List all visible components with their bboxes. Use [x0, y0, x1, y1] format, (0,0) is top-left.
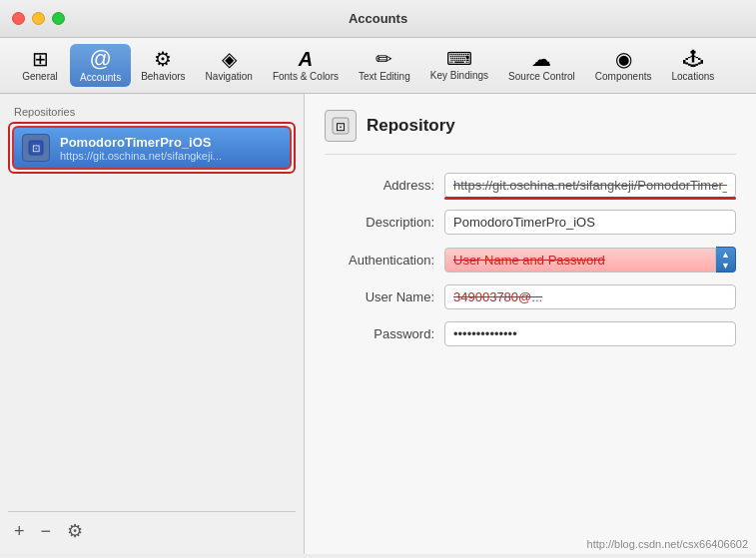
toolbar-label-navigation: Navigation	[206, 71, 253, 82]
remove-button[interactable]: −	[37, 520, 56, 542]
repo-url: https://git.oschina.net/sifangkeji...	[60, 150, 222, 162]
authentication-select-display[interactable]: User Name and Password	[444, 248, 716, 273]
address-input[interactable]	[444, 173, 736, 198]
toolbar-item-fonts-colors[interactable]: A Fonts & Colors	[263, 45, 349, 86]
toolbar-label-general: General	[22, 71, 58, 82]
selected-item-border: ⊡ PomodoroTimerPro_iOS https://git.oschi…	[8, 122, 296, 174]
description-input[interactable]	[444, 210, 736, 235]
detail-panel: ⊡ Repository Address: Description:	[305, 94, 756, 554]
toolbar-label-source-control: Source Control	[508, 71, 575, 82]
description-field-container	[444, 210, 736, 235]
toolbar-label-key-bindings: Key Bindings	[430, 70, 488, 81]
repo-icon: ⊡	[22, 134, 50, 162]
toolbar-label-components: Components	[595, 71, 652, 82]
general-icon: ⊞	[32, 49, 49, 69]
title-bar: Accounts	[0, 0, 756, 38]
authentication-dropdown-arrow[interactable]: ▲ ▼	[716, 247, 736, 273]
username-label: User Name:	[325, 289, 444, 304]
text-editing-icon: ✏	[376, 49, 392, 69]
window-controls[interactable]	[12, 12, 65, 25]
toolbar-item-key-bindings[interactable]: ⌨ Key Bindings	[420, 46, 498, 85]
source-control-icon: ☁	[531, 49, 551, 69]
accounts-icon: @	[89, 48, 111, 70]
close-button[interactable]	[12, 12, 25, 25]
toolbar-item-locations[interactable]: 🕹 Locations	[662, 45, 725, 86]
username-row: User Name:	[325, 284, 736, 309]
auth-value: User Name and Password	[453, 253, 605, 268]
authentication-select-wrapper: User Name and Password ▲ ▼	[444, 247, 736, 273]
components-icon: ◉	[615, 49, 632, 69]
address-redline	[444, 197, 736, 200]
authentication-label: Authentication:	[325, 253, 444, 268]
maximize-button[interactable]	[52, 12, 65, 25]
repo-name: PomodoroTimerPro_iOS	[60, 135, 222, 150]
main-content: Repositories ⊡ PomodoroTimerPro_iOS http…	[0, 94, 756, 554]
window-title: Accounts	[349, 11, 407, 26]
password-input[interactable]	[444, 321, 736, 346]
settings-button[interactable]: ⚙	[63, 520, 87, 542]
sidebar-item-text: PomodoroTimerPro_iOS https://git.oschina…	[60, 135, 222, 162]
toolbar-item-components[interactable]: ◉ Components	[585, 45, 662, 86]
username-field-container	[444, 284, 736, 309]
minimize-button[interactable]	[32, 12, 45, 25]
sidebar-item-repo[interactable]: ⊡ PomodoroTimerPro_iOS https://git.oschi…	[12, 126, 292, 170]
password-row: Password:	[325, 321, 736, 346]
toolbar-item-behaviors[interactable]: ⚙ Behaviors	[131, 45, 195, 86]
toolbar-item-accounts[interactable]: @ Accounts	[70, 44, 131, 87]
toolbar: ⊞ General @ Accounts ⚙ Behaviors ◈ Navig…	[0, 38, 756, 94]
toolbar-item-general[interactable]: ⊞ General	[10, 45, 70, 86]
toolbar-label-locations: Locations	[672, 71, 715, 82]
svg-text:⊡: ⊡	[32, 143, 40, 154]
detail-header-title: Repository	[367, 116, 455, 136]
navigation-icon: ◈	[222, 49, 237, 69]
address-value-container	[444, 173, 736, 198]
locations-icon: 🕹	[683, 49, 703, 69]
key-bindings-icon: ⌨	[446, 50, 472, 68]
sidebar-spacer	[8, 174, 296, 507]
authentication-field-container: User Name and Password ▲ ▼	[444, 247, 736, 273]
detail-header: ⊡ Repository	[325, 110, 736, 155]
toolbar-label-fonts-colors: Fonts & Colors	[273, 71, 339, 82]
detail-header-icon: ⊡	[325, 110, 357, 142]
svg-text:⊡: ⊡	[336, 120, 346, 134]
toolbar-label-text-editing: Text Editing	[359, 71, 410, 82]
address-label: Address:	[325, 178, 444, 193]
toolbar-item-text-editing[interactable]: ✏ Text Editing	[349, 45, 420, 86]
footer-url: http://blog.csdn.net/csx66406602	[587, 538, 748, 550]
arrow-up: ▲	[721, 250, 730, 260]
sidebar-bottom: + − ⚙	[8, 511, 296, 546]
sidebar-section-label: Repositories	[8, 102, 296, 122]
toolbar-item-source-control[interactable]: ☁ Source Control	[498, 45, 585, 86]
fonts-colors-icon: A	[299, 49, 313, 69]
username-input[interactable]	[444, 284, 736, 309]
toolbar-item-navigation[interactable]: ◈ Navigation	[196, 45, 263, 86]
description-label: Description:	[325, 215, 444, 230]
description-row: Description:	[325, 210, 736, 235]
toolbar-label-behaviors: Behaviors	[141, 71, 185, 82]
authentication-row: Authentication: User Name and Password ▲…	[325, 247, 736, 273]
add-button[interactable]: +	[10, 520, 29, 542]
password-field-container	[444, 321, 736, 346]
password-label: Password:	[325, 326, 444, 341]
address-row: Address:	[325, 173, 736, 198]
address-field-container	[444, 173, 736, 198]
arrow-down: ▼	[721, 261, 730, 271]
behaviors-icon: ⚙	[154, 49, 172, 69]
toolbar-label-accounts: Accounts	[80, 72, 121, 83]
sidebar: Repositories ⊡ PomodoroTimerPro_iOS http…	[0, 94, 305, 554]
